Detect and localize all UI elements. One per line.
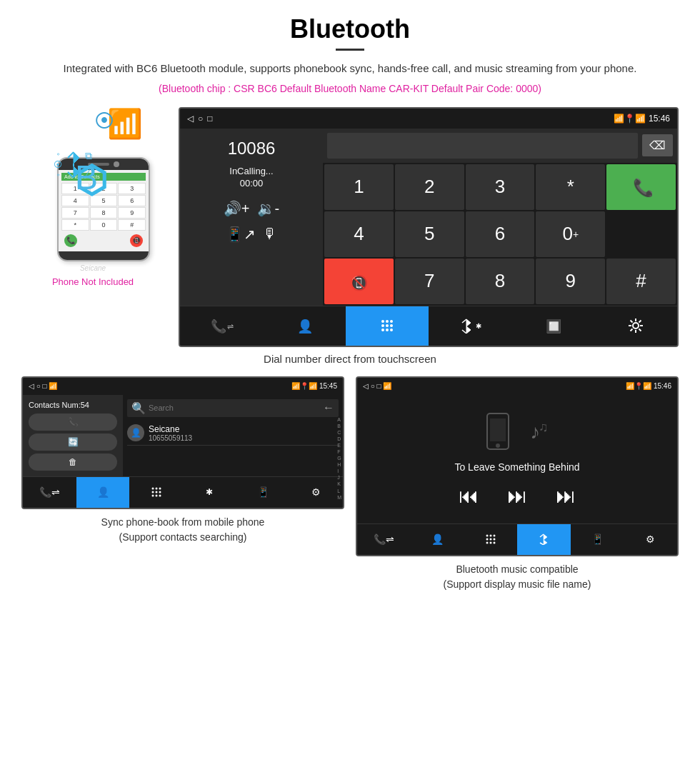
svg-point-36 [155,488,157,490]
car-key-6[interactable]: 6 [466,211,535,257]
car-key-4[interactable]: 4 [324,211,394,257]
contacts-right-container: 🔍 ← 👤 Seicane 10655059113 [123,395,343,476]
phone-key-3[interactable]: 3 [118,183,146,194]
music-nav-settings[interactable]: ⚙ [624,524,677,555]
contact-list-item[interactable]: 👤 Seicane 10655059113 [127,421,339,446]
car-key-1[interactable]: 1 [324,164,394,210]
svg-text:🔲: 🔲 [546,319,561,334]
svg-line-23 [462,330,466,334]
car-key-7[interactable]: 7 [395,259,464,304]
call-contact-button[interactable]: 📞 [29,413,117,431]
svg-point-35 [151,488,154,490]
contacts-left-panel: Contacts Num:54 📞 🔄 🗑 [23,395,123,476]
phone-key-9[interactable]: 9 [118,207,146,219]
svg-line-61 [540,543,544,545]
phone-key-7[interactable]: 7 [61,207,89,219]
car-nav-phone[interactable]: 📞 ⇌ [180,306,263,346]
contacts-screenshot-block: ◁ ○ □ 📶 📶📍📶 15:45 Contacts Num:54 📞 🔄 🗑 [21,376,344,592]
volume-down-icon[interactable]: 🔉- [257,200,280,217]
svg-point-46 [496,443,500,448]
contacts-nav-transfer[interactable]: 📱 [236,477,290,508]
car-key-star[interactable]: * [536,164,605,210]
contacts-search-input[interactable] [149,403,323,412]
svg-point-12 [386,320,389,323]
music-play-next-button[interactable]: ⏭ [507,484,527,508]
music-caption: Bluetooth music compatible (Support disp… [444,562,591,592]
seicane-watermark: Seicane [80,264,106,272]
contacts-nav-contacts[interactable]: 👤 [76,477,130,508]
phone-key-0[interactable]: 0 [90,219,118,231]
svg-point-50 [489,535,491,537]
phone-camera [114,161,119,167]
backspace-icon[interactable]: ← [323,401,334,414]
transfer-icon[interactable]: 📱↗ [226,226,256,243]
svg-line-5 [68,172,74,178]
music-note-icon: ♪ ♫ [529,418,554,444]
car-timer: 00:00 [187,178,316,189]
car-nav-contacts[interactable]: 👤 [263,306,346,346]
svg-point-15 [386,324,389,327]
car-key-3[interactable]: 3 [466,164,535,210]
phone-mockup-area: 📶 ⦿ ⬡ B ￩ ⦿ ￩ [21,107,164,347]
car-key-hash[interactable]: # [606,259,676,304]
music-screenshot-block: ◁ ○ □ 📶 📶📍📶 15:46 ♪ ♫ [356,376,679,592]
music-nav-contacts[interactable]: 👤 [411,524,464,555]
music-next-button[interactable]: ⏭ [556,484,576,508]
car-input-field[interactable] [327,133,638,159]
car-key-0plus[interactable]: 0+ [536,211,605,257]
phone-key-8[interactable]: 8 [90,207,118,219]
car-nav-bluetooth[interactable]: ✱ [429,306,511,346]
car-nav-dialpad[interactable] [346,306,429,346]
car-key-9[interactable]: 9 [536,259,605,304]
volume-up-icon[interactable]: 🔊+ [224,200,250,217]
svg-point-54 [493,538,495,541]
svg-point-17 [381,329,384,331]
nav-bluetooth-icon [459,318,474,334]
car-key-8[interactable]: 8 [466,259,535,304]
phone-bottom-bar [59,251,149,260]
end-call-icon: 📵 [348,271,369,292]
music-nav-transfer[interactable]: 📱 [571,524,624,555]
svg-line-31 [631,321,633,323]
description: Integrated with BC6 Bluetooth module, su… [21,61,679,77]
contacts-search-row: 🔍 ← [127,399,339,417]
car-key-2[interactable]: 2 [395,164,464,210]
phone-end-button[interactable]: 📵 [130,234,143,247]
svg-point-37 [159,488,161,490]
car-nav-transfer[interactable]: 🔲 [511,306,594,346]
phone-call-button[interactable]: 📞 [64,234,77,247]
svg-marker-21 [466,326,471,334]
delete-contact-button[interactable]: 🗑 [29,453,117,471]
music-nav-dialpad[interactable] [464,524,517,555]
contacts-nav-bluetooth[interactable]: ✱ [183,477,236,508]
bluetooth-signal-icon: 📶 ⦿ [107,107,143,141]
car-nav-settings[interactable] [594,306,677,346]
contacts-nav-settings[interactable]: ⚙ [289,477,343,508]
music-nav-bluetooth[interactable] [517,524,571,555]
svg-line-60 [540,534,544,537]
car-backspace-button[interactable]: ⌫ [642,134,673,156]
phone-key-star[interactable]: * [61,219,89,231]
svg-point-39 [155,491,157,493]
contacts-nav-dialpad[interactable] [129,477,183,508]
phone-key-hash[interactable]: # [118,219,146,231]
sync-contact-button[interactable]: 🔄 [29,433,117,451]
phone-key-6[interactable]: 6 [118,195,146,206]
status-right: 📶📍📶 15:46 [614,114,670,124]
music-screen: ◁ ○ □ 📶 📶📍📶 15:46 ♪ ♫ [356,376,679,556]
svg-text:📞: 📞 [211,319,226,334]
music-prev-button[interactable]: ⏮ [459,484,479,508]
alpha-list: ABC DEF GHI JKL M [337,416,341,501]
contacts-main: Contacts Num:54 📞 🔄 🗑 🔍 [23,395,343,476]
svg-marker-20 [466,319,471,326]
status-left: ◁ ○ □ [187,114,213,124]
music-nav-phone[interactable]: 📞⇌ [357,524,411,555]
contact-name: Seicane [149,424,192,434]
contacts-nav-phone[interactable]: 📞⇌ [23,477,76,508]
music-track-name: To Leave Something Behind [454,461,579,473]
car-call-button[interactable]: 📞 [606,164,676,210]
music-bottom-nav: 📞⇌ 👤 [357,523,677,555]
car-end-button[interactable]: 📵 [324,259,394,304]
microphone-icon[interactable]: 🎙 [263,226,277,243]
car-key-5[interactable]: 5 [395,211,464,257]
